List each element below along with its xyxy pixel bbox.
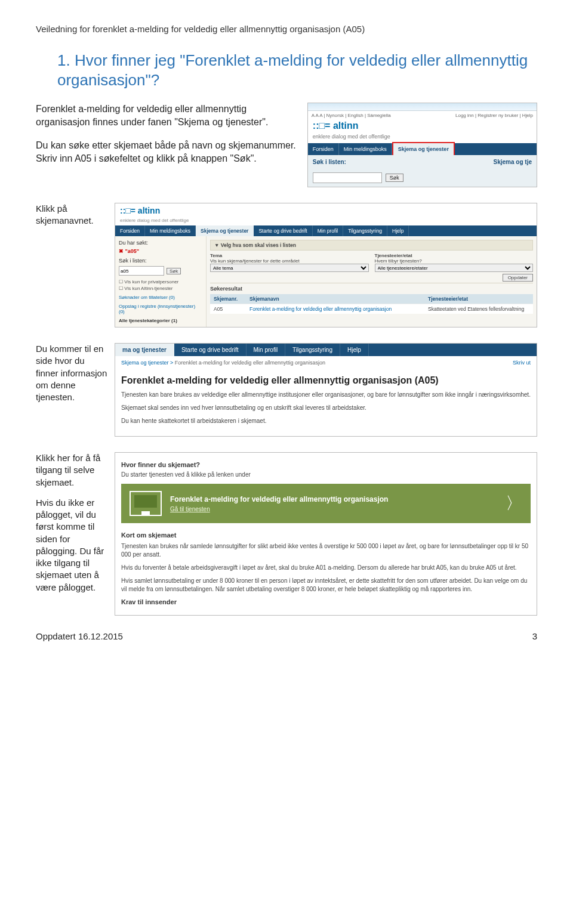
instruction-login-required: Hvis du ikke er pålogget, vil du først k… — [36, 497, 107, 594]
search-button[interactable]: Søk — [167, 268, 181, 274]
kort-paragraph: Hvis samlet lønnsutbetaling er under 8 0… — [121, 577, 531, 594]
intro-paragraph-1: Forenklet a-melding for veldedig eller a… — [36, 103, 297, 129]
result-row[interactable]: A05 Forenklet a-melding for veldedig ell… — [210, 304, 533, 314]
tab-forsiden[interactable]: Forsiden — [115, 225, 145, 236]
checkbox-altinn-tjenester[interactable]: ☐ Vis kun Altinn-tjenester — [119, 286, 202, 291]
altinn-search-screenshot: A A A | Nynorsk | English | Sámegiella L… — [307, 103, 537, 187]
page-title: Forenklet a-melding for veldedig eller a… — [121, 375, 531, 386]
result-header: Søkeresultat — [210, 283, 533, 293]
tab-meldingsboks[interactable]: Min meldingsboks — [145, 225, 196, 236]
link-alle-kategorier[interactable]: Alle tjenestekategorier (1) — [119, 318, 202, 323]
altinn-info-screenshot-top: ma og tjenester Starte og drive bedrift … — [115, 343, 537, 437]
altinn-slogan: enklere dialog med det offentlige — [115, 218, 537, 225]
tab-cutoff: Skjema og tje — [494, 159, 532, 165]
tab-meldingsboks[interactable]: Min meldingsboks — [339, 143, 392, 155]
computer-icon — [130, 491, 162, 516]
tab-skjema-og-tjenester[interactable]: Skjema og tjenester — [392, 142, 455, 155]
search-input[interactable] — [119, 266, 164, 276]
col-skjemanr: Skjemanr. — [214, 296, 249, 302]
etat-select[interactable]: Alle tjenesteeiere/etater — [375, 264, 534, 272]
kort-paragraph: Hvis du forventer å betale arbeidsgivera… — [121, 564, 531, 572]
breadcrumb: Skjema og tjenester > Forenklet a-meldin… — [121, 360, 325, 366]
tab-starte-og-drive[interactable]: Starte og drive bedrift — [174, 344, 247, 356]
tab-forsiden[interactable]: Forsiden — [308, 143, 339, 155]
tema-sub: Vis kun skjema/tjenester for dette områd… — [210, 258, 369, 264]
altinn-nav: Forsiden Min meldingsboks Skjema og tjen… — [308, 143, 537, 155]
kort-paragraph: Tjenesten kan brukes når samlede lønnsut… — [121, 542, 531, 559]
instruction-info-page: Du kommer til en side hvor du finner inf… — [36, 343, 107, 403]
link-registre[interactable]: Oppslag i registre (innsynstjenester) (0… — [119, 304, 202, 314]
cell-etat: Skatteetaten ved Etatenes fellesforvaltn… — [428, 306, 529, 312]
tab-starte-og-drive[interactable]: Starte og drive bedrift — [254, 225, 312, 236]
search-chip[interactable]: ✖ "a05" — [119, 248, 202, 254]
searched-for-label: Du har søkt: — [119, 240, 202, 246]
info-paragraph: Skjemaet skal sendes inn ved hver lønnsu… — [121, 404, 531, 412]
tab-tilgangsstyring[interactable]: Tilgangsstyring — [285, 344, 340, 356]
tab-hjelp[interactable]: Hjelp — [387, 225, 409, 236]
footer-date: Oppdatert 16.12.2015 — [36, 631, 123, 641]
search-label: Søk i listen: — [313, 159, 346, 165]
tab-hjelp[interactable]: Hjelp — [340, 344, 369, 356]
etat-label: Tjenesteeier/etat — [375, 253, 534, 258]
chevron-right-icon: 〉 — [506, 492, 522, 515]
info-paragraph: Tjenesten kan bare brukes av veldedige e… — [121, 391, 531, 399]
document-header: Veiledning for forenklet a-melding for v… — [36, 24, 537, 34]
col-etat: Tjenesteeier/etat — [428, 296, 529, 302]
filter-toggle[interactable]: ▼ Velg hva som skal vises i listen — [210, 240, 533, 251]
instruction-click-name: Klikk på skjemanavnet. — [36, 203, 107, 227]
etat-sub: Hvem tilbyr tjenesten? — [375, 258, 534, 264]
checkbox-privatpersoner[interactable]: ☐ Vis kun for privatpersoner — [119, 279, 202, 285]
col-skjemanavn: Skjemanavn — [249, 296, 428, 302]
altinn-logo: ::□= altinn — [308, 118, 537, 134]
login-links: Logg inn | Registrer ny bruker | Hjelp — [455, 113, 533, 118]
tab-min-profil[interactable]: Min profil — [247, 344, 286, 356]
intro-paragraph-2: Du kan søke etter skjemaet både på navn … — [36, 139, 297, 166]
krav-heading: Krav til innsender — [121, 598, 531, 605]
cell-skjemanr: A05 — [214, 306, 249, 312]
tab-tilgangsstyring[interactable]: Tilgangsstyring — [343, 225, 387, 236]
print-link[interactable]: Skriv ut — [513, 360, 531, 366]
search-label: Søk i listen: — [119, 258, 202, 264]
search-input[interactable] — [313, 172, 382, 183]
search-button[interactable]: Søk — [386, 174, 403, 182]
kort-heading: Kort om skjemaet — [121, 531, 531, 539]
where-sub: Du starter tjenesten ved å klikke på len… — [121, 471, 531, 479]
tab-skjema-og-tjenester[interactable]: ma og tjenester — [115, 344, 174, 356]
section-heading: 1. Hvor finner jeg "Forenklet a-melding … — [57, 51, 537, 89]
info-paragraph: Du kan hente skattekortet til arbeidstak… — [121, 417, 531, 425]
cell-skjemanavn[interactable]: Forenklet a-melding for veldedig eller a… — [249, 306, 428, 312]
page-number: 3 — [532, 631, 537, 641]
tema-label: Tema — [210, 253, 369, 258]
lang-switch: A A A | Nynorsk | English | Sámegiella — [312, 113, 391, 118]
tab-skjema-og-tjenester[interactable]: Skjema og tjenester — [196, 225, 254, 236]
launch-service-banner[interactable]: Forenklet a-melding for veldedig eller a… — [121, 484, 531, 523]
altinn-info-screenshot-bottom: Hvor finner du skjemaet? Du starter tjen… — [115, 452, 537, 616]
altinn-result-screenshot: ::□= altinn enklere dialog med det offen… — [115, 203, 537, 327]
altinn-logo: ::□= altinn — [115, 203, 537, 218]
oppdater-button[interactable]: Oppdater — [503, 274, 533, 282]
link-tillatelser[interactable]: Søknader om tillatelser (0) — [119, 295, 202, 300]
instruction-click-access: Klikk her for å få tilgang til selve skj… — [36, 452, 107, 489]
launch-title: Forenklet a-melding for veldedig eller a… — [170, 495, 497, 503]
breadcrumb-link[interactable]: Skjema og tjenester — [121, 360, 169, 366]
tab-min-profil[interactable]: Min profil — [313, 225, 343, 236]
where-heading: Hvor finner du skjemaet? — [121, 461, 531, 468]
tema-select[interactable]: Alle tema — [210, 264, 369, 272]
launch-link[interactable]: Gå til tjenesten — [170, 506, 497, 512]
